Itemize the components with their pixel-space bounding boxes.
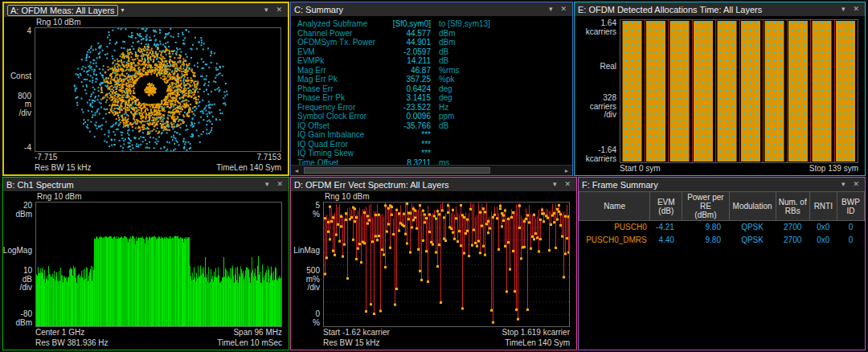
y-axis-min: -1.64 kcarriers [586, 146, 616, 163]
summary-label: IQ Gain Imbalance [297, 130, 384, 140]
summary-value: 14.211 [384, 56, 431, 66]
y-axis-format: Const [10, 72, 31, 81]
summary-label: Frequency Error [297, 103, 384, 113]
summary-unit: to [Sf9,sym13] [439, 19, 490, 29]
table-cell: 0 [837, 221, 864, 235]
table-cell: 0x0 [809, 234, 837, 247]
range-label: Rng 10 dBm [36, 17, 288, 27]
x-axis-stop: Stop 1.619 kcarrier [502, 327, 571, 338]
summary-value: 357.25 [384, 75, 431, 84]
summary-label: OFDMSym Tx. Power [297, 38, 384, 47]
column-header[interactable]: Modulation [729, 192, 776, 221]
y-axis-scale: 500 m% /div [306, 267, 320, 293]
y-axis-scale: 800 m /div [18, 92, 31, 118]
panel-a-ofdm-meas: A: OFDM Meas: All Layers ▾ ▾ ✕ Rng 10 dB… [2, 2, 289, 176]
window-menu-icon[interactable]: ▾ [551, 178, 559, 190]
table-cell: 9.80 [682, 234, 729, 247]
panel-d-titlebar[interactable]: D: OFDM Err Vect Spectrum: All Layers ▾ … [291, 178, 576, 191]
summary-value: *** [384, 140, 431, 149]
table-cell: 2700 [776, 221, 809, 235]
table-cell: 0 [837, 234, 864, 247]
summary-row: Analyzed Subframe[Sf0,sym0]to [Sf9,sym13… [297, 19, 572, 29]
timelen-label: TimeLen 140 Sym [216, 162, 281, 173]
scroll-left-icon[interactable]: ◄ [291, 166, 302, 176]
summary-row: IQ Gain Imbalance*** [297, 130, 572, 140]
summary-row: IQ Timing Skew*** [297, 149, 572, 158]
x-axis-min: -7.715 [35, 152, 57, 162]
y-axis-format: LogMag [3, 247, 32, 256]
table-cell: 9.80 [682, 221, 729, 235]
close-icon[interactable]: ✕ [850, 178, 862, 190]
close-icon[interactable]: ✕ [562, 178, 573, 190]
column-header[interactable]: Name [579, 192, 650, 221]
x-axis-start: Start 0 sym [620, 163, 661, 174]
window-menu-icon[interactable]: ▾ [263, 178, 272, 190]
column-header[interactable]: Num. of RBs [776, 192, 809, 221]
panel-a-title: A: OFDM Meas: All Layers [7, 5, 118, 16]
column-header[interactable]: Power per RE (dBm) [682, 192, 729, 221]
range-label: Rng 10 dBm [37, 191, 289, 202]
table-cell: QPSK [729, 234, 776, 247]
vsa-application-window: A: OFDM Meas: All Layers ▾ ▾ ✕ Rng 10 dB… [0, 0, 868, 352]
allocations-canvas[interactable] [620, 20, 858, 162]
table-header-row: NameEVM (dB)Power per RE (dBm)Modulation… [579, 192, 865, 221]
column-header[interactable]: RNTI [809, 192, 837, 221]
constellation-canvas[interactable] [35, 28, 280, 151]
table-row[interactable]: PUSCH0_DMRS4.409.80QPSK27000x00 [579, 234, 865, 247]
spectrum-canvas[interactable] [36, 203, 281, 326]
close-icon[interactable]: ✕ [274, 178, 285, 190]
table-cell: PUSCH0 [579, 221, 650, 235]
panel-e-detected-allocations: E: OFDM Detected Allocations Time: All L… [574, 2, 866, 176]
table-cell: 4.40 [650, 234, 682, 247]
scroll-right-icon[interactable]: ► [561, 166, 572, 176]
panel-b-ch1-spectrum: B: Ch1 Spectrum ▾ ✕ Rng 10 dBm 20 dBm Lo… [2, 177, 289, 350]
y-axis-labels: 20 dBm LogMag 10 dB /div -80 dBm [3, 202, 35, 327]
summary-list: Analyzed Subframe[Sf0,sym0]to [Sf9,sym13… [297, 19, 572, 167]
summary-value: [Sf0,sym0] [384, 19, 431, 29]
summary-value: 3.1415 [384, 93, 431, 103]
panel-e-titlebar[interactable]: E: OFDM Detected Allocations Time: All L… [575, 2, 865, 16]
dropdown-caret-icon[interactable]: ▾ [121, 6, 125, 14]
y-axis-max: 20 dBm [15, 202, 32, 219]
scrollbar-thumb[interactable] [304, 167, 490, 174]
window-menu-icon[interactable]: ▾ [262, 4, 271, 16]
table-cell: 0x0 [809, 221, 837, 235]
table-cell: QPSK [729, 221, 776, 235]
column-header[interactable]: EVM (dB) [650, 192, 682, 221]
y-axis-format: Real [600, 63, 616, 72]
summary-label: Mag Err Pk [297, 75, 384, 84]
span-label: Span 96 MHz [233, 327, 282, 338]
summary-row: IQ Offset-35.766dB [297, 121, 572, 131]
close-icon[interactable]: ✕ [850, 3, 862, 15]
summary-row: Phase Err Pk3.1415deg [297, 93, 572, 103]
summary-row: Mag Err46.87%rms [297, 66, 572, 76]
close-icon[interactable]: ✕ [273, 4, 285, 16]
summary-label: IQ Offset [297, 121, 384, 131]
y-axis-max: 4 [27, 27, 31, 36]
x-axis-stop: Stop 139 sym [809, 163, 858, 174]
panel-f-titlebar[interactable]: F: Frame Summary ▾ ✕ [579, 178, 865, 191]
panel-d-err-vect-spectrum: D: OFDM Err Vect Spectrum: All Layers ▾ … [290, 177, 577, 350]
summary-label: EVMPk [297, 56, 384, 66]
window-menu-icon[interactable]: ▾ [839, 178, 848, 190]
table-row[interactable]: PUSCH0-4.219.80QPSK27000x00 [579, 221, 865, 235]
summary-value: 0.6424 [384, 84, 431, 94]
close-icon[interactable]: ✕ [558, 3, 569, 15]
summary-value: -23.522 [384, 103, 431, 113]
summary-unit: %rms [439, 66, 460, 76]
summary-row: Phase Err0.6424deg [297, 84, 572, 94]
res-bw-label: Res BW 381.936 Hz [35, 338, 108, 348]
panel-c-titlebar[interactable]: C: Summary ▾ ✕ [291, 2, 572, 16]
horizontal-scrollbar[interactable]: ◄ ► [291, 165, 572, 175]
panel-a-titlebar[interactable]: A: OFDM Meas: All Layers ▾ ▾ ✕ [4, 3, 288, 17]
panel-b-titlebar[interactable]: B: Ch1 Spectrum ▾ ✕ [3, 178, 289, 191]
window-menu-icon[interactable]: ▾ [839, 3, 848, 15]
window-menu-icon[interactable]: ▾ [547, 3, 555, 15]
err-vect-canvas[interactable] [324, 203, 569, 326]
column-header[interactable]: BWP ID [837, 192, 864, 221]
table-cell: -4.21 [650, 221, 682, 235]
summary-value: -35.766 [384, 121, 431, 131]
scrollbar-track[interactable] [302, 166, 561, 175]
panel-c-summary: C: Summary ▾ ✕ Analyzed Subframe[Sf0,sym… [290, 2, 573, 176]
summary-unit: dB [439, 47, 448, 57]
